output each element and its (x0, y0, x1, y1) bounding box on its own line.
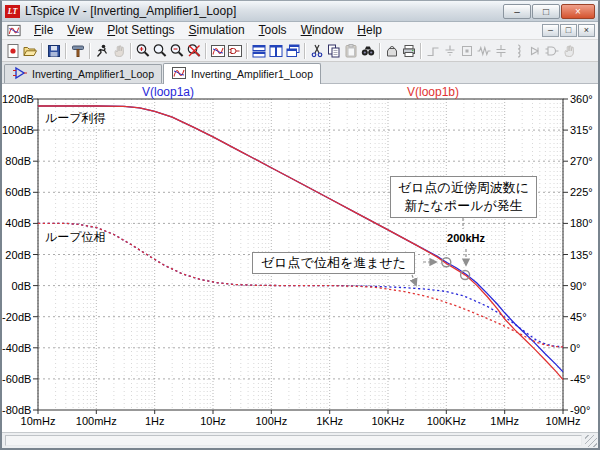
new-schematic-icon[interactable] (4, 42, 21, 59)
toolbar-separator (130, 43, 131, 59)
tile-vertical-icon[interactable] (267, 42, 284, 59)
minimize-button[interactable]: – (503, 4, 531, 19)
control-panel-icon[interactable] (69, 42, 86, 59)
tab-waveform-1[interactable]: Inverting_Amplifier1_Loop (163, 63, 321, 84)
waveform-menu-icon (5, 23, 25, 38)
wire-icon (424, 42, 441, 59)
zoom-in-icon[interactable] (134, 42, 151, 59)
diode-icon (526, 42, 543, 59)
menu-items: FileViewPlot SettingsSimulationToolsWind… (27, 22, 389, 39)
x-axis-tick: 10mHz (12, 415, 64, 427)
cascade-icon[interactable] (284, 42, 301, 59)
y-right-tick: 360° (570, 93, 593, 105)
undo-zoom-icon[interactable] (185, 42, 202, 59)
legend-loop1b[interactable]: V(loop1b) (373, 85, 493, 99)
status-message (5, 435, 582, 446)
zoom-out-icon[interactable] (168, 42, 185, 59)
toolbar-separator (89, 43, 90, 59)
capacitor-icon (492, 42, 509, 59)
y-right-tick: 0° (570, 342, 581, 354)
save-icon[interactable] (45, 42, 62, 59)
mdi-restore-button[interactable]: □ (560, 24, 577, 37)
y-left-tick: -20dB (2, 311, 31, 323)
y-right-tick: 135° (570, 249, 593, 261)
print-icon[interactable] (400, 42, 417, 59)
tab-label: Inverting_Amplifier1_Loop (32, 68, 154, 80)
y-left-tick: 20dB (2, 249, 31, 261)
legend-loop1a[interactable]: V(loop1a) (108, 85, 228, 99)
find-icon[interactable] (359, 42, 376, 59)
toolbar-separator (246, 43, 247, 59)
resistor-icon (475, 42, 492, 59)
menu-simulation[interactable]: Simulation (182, 22, 252, 39)
ltspice-logo-icon: LT (5, 5, 20, 18)
gain-curve-label: ループ利得 (45, 110, 106, 127)
y-left-tick: 120dB (2, 93, 31, 105)
pole-annotation-line1: ゼロ点の近傍周波数に (393, 179, 534, 197)
toolbar (2, 40, 598, 62)
run-icon[interactable] (93, 42, 110, 59)
close-button[interactable]: × (561, 4, 595, 19)
open-icon[interactable] (21, 42, 38, 59)
y-right-tick: 315° (570, 124, 593, 136)
resize-grip[interactable] (585, 435, 597, 447)
tab-label: Inverting_Amplifier1_Loop (191, 68, 313, 80)
x-axis-tick: 100mHz (70, 415, 122, 427)
y-right-tick: -45° (570, 373, 590, 385)
component-icon (543, 42, 560, 59)
tile-horizontal-icon[interactable] (250, 42, 267, 59)
y-left-tick: 0dB (2, 280, 31, 292)
mdi-close-button[interactable]: × (578, 24, 595, 37)
x-axis-tick: 1Hz (129, 415, 181, 427)
cut-icon[interactable] (308, 42, 325, 59)
paste-icon (342, 42, 359, 59)
schematic-window-icon[interactable] (226, 42, 243, 59)
zoom-full-extents-icon[interactable] (151, 42, 168, 59)
menu-tools[interactable]: Tools (252, 22, 294, 39)
pole-annotation-line2: 新たなポールが発生 (393, 197, 534, 215)
inductor-icon (509, 42, 526, 59)
print-preview-icon[interactable] (383, 42, 400, 59)
mdi-minimize-button[interactable]: – (542, 24, 559, 37)
drag-icon (560, 42, 577, 59)
label-net-icon (458, 42, 475, 59)
mdi-window-controls: –□× (542, 24, 595, 37)
frequency-marker-label: 200kHz (440, 232, 492, 244)
menu-file[interactable]: File (27, 22, 60, 39)
copy-icon[interactable] (325, 42, 342, 59)
menu-window[interactable]: Window (294, 22, 351, 39)
waveform-tab-icon (171, 65, 187, 83)
tab-bar: Inverting_Amplifier1_LoopInverting_Ampli… (2, 62, 598, 84)
tab-schematic-0[interactable]: Inverting_Amplifier1_Loop (4, 64, 162, 83)
toolbar-separator (420, 43, 421, 59)
x-axis-tick: 10KHz (362, 415, 414, 427)
toolbar-separator (304, 43, 305, 59)
x-axis-tick: 100KHz (420, 415, 472, 427)
window-controls: –□× (503, 4, 595, 19)
schematic-tab-icon (12, 65, 28, 83)
x-axis-tick: 10Hz (187, 415, 239, 427)
halt-icon (110, 42, 127, 59)
ground-icon (441, 42, 458, 59)
menu-plot-settings[interactable]: Plot Settings (100, 22, 181, 39)
waveform-pane[interactable]: V(loop1a) V(loop1b) ループ利得 ループ位相 ゼロ点の近傍周波… (2, 84, 598, 432)
y-right-tick: 225° (570, 186, 593, 198)
y-left-tick: 40dB (2, 217, 31, 229)
x-axis-tick: 100Hz (245, 415, 297, 427)
toolbar-separator (65, 43, 66, 59)
waveform-window-icon[interactable] (209, 42, 226, 59)
menu-bar: FileViewPlot SettingsSimulationToolsWind… (2, 22, 598, 40)
y-left-tick: -60dB (2, 373, 31, 385)
y-left-tick: 100dB (2, 124, 31, 136)
toolbar-separator (379, 43, 380, 59)
title-bar: LT LTspice IV - [Inverting_Amplifier1_Lo… (2, 1, 598, 22)
window-title: LTspice IV - [Inverting_Amplifier1_Loop] (25, 4, 503, 18)
menu-help[interactable]: Help (350, 22, 389, 39)
y-left-tick: 80dB (2, 155, 31, 167)
x-axis-tick: 1MHz (479, 415, 531, 427)
maximize-button[interactable]: □ (532, 4, 560, 19)
x-axis-tick: 1KHz (304, 415, 356, 427)
menu-view[interactable]: View (60, 22, 100, 39)
phase-curve-label: ループ位相 (45, 229, 106, 246)
y-left-tick: -40dB (2, 342, 31, 354)
